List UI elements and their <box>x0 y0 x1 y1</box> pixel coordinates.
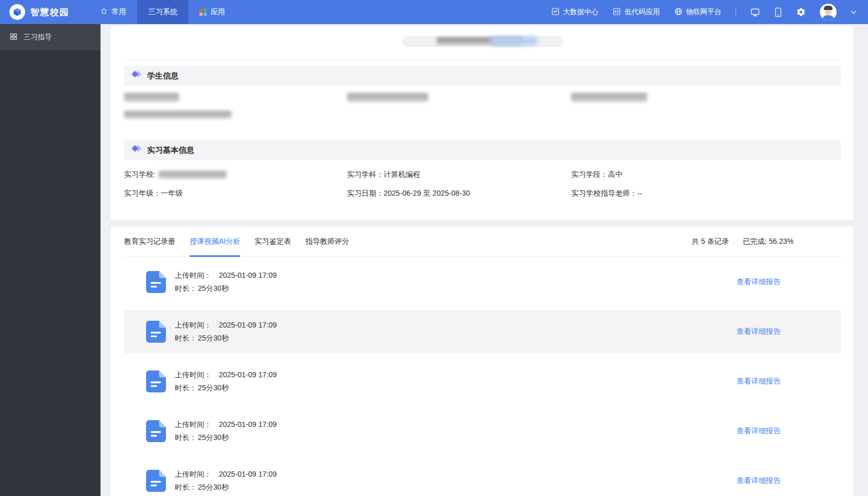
record-stats: 共 5 条记录 已完成: 56.23% <box>692 237 841 246</box>
duration-value: 25分30秒 <box>198 483 229 491</box>
info-field: 实习学段： 高中 <box>571 170 841 179</box>
globe-icon <box>674 7 683 17</box>
view-report-link[interactable]: 查看详细报告 <box>737 426 781 436</box>
document-icon <box>146 321 166 343</box>
document-icon <box>146 370 166 392</box>
record-list: 上传时间：2025-01-09 17:09 时长：25分30秒 查看详细报告 <box>124 257 841 496</box>
record-meta: 上传时间：2025-01-09 17:09 时长：25分30秒 <box>175 418 277 444</box>
info-field: 实习年级： 一年级 <box>124 189 347 198</box>
redacted-value <box>159 171 227 178</box>
redacted-field <box>124 111 231 118</box>
tab[interactable]: 教育实习记录册 <box>124 227 175 256</box>
duration-label: 时长： <box>175 433 197 442</box>
duration-label: 时长： <box>175 284 197 292</box>
document-icon <box>146 271 166 293</box>
monitor-icon[interactable] <box>750 7 760 17</box>
upload-time-value: 2025-01-09 17:09 <box>219 470 277 478</box>
field-label: 实习年级： <box>124 189 161 198</box>
mobile-icon[interactable] <box>774 7 782 17</box>
tab-label: 指导教师评分 <box>305 237 349 246</box>
nav-item-iot-platform[interactable]: 物联网平台 <box>674 7 722 17</box>
diamond-icon <box>131 144 142 156</box>
duration-value: 25分30秒 <box>198 334 229 342</box>
tab-label: 授课视频AI分析 <box>190 237 240 246</box>
main-content: 指导任务列表 / 计算机学院实习任务 / 王新亭 / <box>101 0 868 496</box>
nav-item-common[interactable]: 常用 <box>89 0 137 24</box>
divider-line <box>124 59 841 60</box>
section-title: 学生信息 <box>147 71 179 81</box>
upload-time-value: 2025-01-09 17:09 <box>219 321 277 329</box>
view-report-link[interactable]: 查看详细报告 <box>737 277 781 287</box>
upload-time-label: 上传时间： <box>175 321 212 329</box>
redacted-field <box>347 93 428 102</box>
divider <box>736 8 736 16</box>
record-row: 上传时间：2025-01-09 17:09 时长：25分30秒 查看详细报告 <box>124 456 841 496</box>
star-icon <box>100 7 108 17</box>
field-label: 实习学校: <box>124 170 155 179</box>
nav-item-sanxi-system[interactable]: 三习系统 <box>137 0 188 24</box>
tab-label: 教育实习记录册 <box>124 237 175 246</box>
chart-icon <box>551 7 560 17</box>
duration-value: 25分30秒 <box>198 433 229 442</box>
field-label: 实习日期： <box>347 189 384 198</box>
nav-item-low-code[interactable]: 低代码应用 <box>613 7 660 17</box>
record-row: 上传时间：2025-01-09 17:09 时长：25分30秒 查看详细报告 <box>124 257 841 307</box>
upload-time-label: 上传时间： <box>175 420 212 429</box>
grid-icon <box>9 32 18 42</box>
view-report-link[interactable]: 查看详细报告 <box>737 327 781 336</box>
section-header-practice-info: 实习基本信息 <box>124 140 841 160</box>
upload-time-value: 2025-01-09 17:09 <box>219 420 277 429</box>
document-icon <box>146 470 166 492</box>
tab-label: 实习鉴定表 <box>254 237 291 246</box>
app-logo-icon <box>9 4 25 20</box>
view-report-link[interactable]: 查看详细报告 <box>737 377 781 386</box>
duration-value: 25分30秒 <box>198 284 229 292</box>
upload-time-label: 上传时间： <box>175 470 212 478</box>
topbar-right: 大数据中心 低代码应用 物联网平台 <box>551 4 868 20</box>
field-value: -- <box>637 189 642 198</box>
nav-item-apps[interactable]: 应用 <box>188 0 236 24</box>
record-row: 上传时间：2025-01-09 17:09 时长：25分30秒 查看详细报告 <box>124 406 841 456</box>
brand-name: 智慧校园 <box>30 6 69 18</box>
upload-time-label: 上传时间： <box>175 271 212 279</box>
tabs-bar: 教育实习记录册 授课视频AI分析 实习鉴定表 指导教师评分 <box>124 227 841 257</box>
redacted-field <box>124 93 179 102</box>
duration-value: 25分30秒 <box>198 384 229 392</box>
document-icon <box>146 420 166 442</box>
record-row: 上传时间：2025-01-09 17:09 时长：25分30秒 查看详细报告 <box>124 307 841 356</box>
tab[interactable]: 实习鉴定表 <box>254 227 291 256</box>
practice-info-fields: 实习学校: 实习学科： 计算机编程 实习学段： 高中 实习年级 <box>124 170 841 198</box>
sidebar-item-label: 三习指导 <box>24 32 52 42</box>
topbar-nav: 常用 三习系统 应用 <box>89 0 236 24</box>
completed-percentage-text: 已完成: 56.23% <box>743 237 794 246</box>
record-meta: 上传时间：2025-01-09 17:09 时长：25分30秒 <box>175 468 277 494</box>
tab[interactable]: 授课视频AI分析 <box>190 227 240 256</box>
tab[interactable]: 指导教师评分 <box>305 227 349 256</box>
view-report-link[interactable]: 查看详细报告 <box>737 476 781 486</box>
redacted-page-title <box>402 36 563 47</box>
record-row: 上传时间：2025-01-09 17:09 时长：25分30秒 查看详细报告 <box>124 356 841 406</box>
field-value: 2025-06-29 至 2025-08-30 <box>384 189 470 198</box>
chevron-down-icon[interactable] <box>851 10 856 14</box>
records-card: 教育实习记录册 授课视频AI分析 实习鉴定表 指导教师评分 <box>111 227 853 496</box>
section-title: 实习基本信息 <box>147 145 194 155</box>
info-field: 实习学校指导老师： -- <box>571 189 841 198</box>
field-label: 实习学科： <box>347 170 384 179</box>
record-meta: 上传时间：2025-01-09 17:09 时长：25分30秒 <box>175 319 277 345</box>
upload-time-value: 2025-01-09 17:09 <box>219 271 277 279</box>
field-value: 计算机编程 <box>384 170 420 179</box>
student-info-row <box>124 111 841 118</box>
nav-item-big-data-center[interactable]: 大数据中心 <box>551 7 599 17</box>
sidebar-item-sanxi-guidance[interactable]: 三习指导 <box>0 24 101 50</box>
field-value: 高中 <box>608 170 622 179</box>
topbar: 智慧校园 常用 三习系统 应用 大数据中心 <box>0 0 868 24</box>
settings-gear-icon[interactable] <box>796 7 806 17</box>
upload-time-value: 2025-01-09 17:09 <box>219 370 277 379</box>
user-avatar[interactable] <box>820 4 837 20</box>
brand: 智慧校园 <box>0 4 81 20</box>
section-header-student-info: 学生信息 <box>124 66 841 86</box>
apps-grid-icon <box>199 8 207 16</box>
info-field: 实习学校: <box>124 170 347 179</box>
info-field: 实习日期： 2025-06-29 至 2025-08-30 <box>347 189 571 198</box>
field-label: 实习学校指导老师： <box>571 189 637 198</box>
